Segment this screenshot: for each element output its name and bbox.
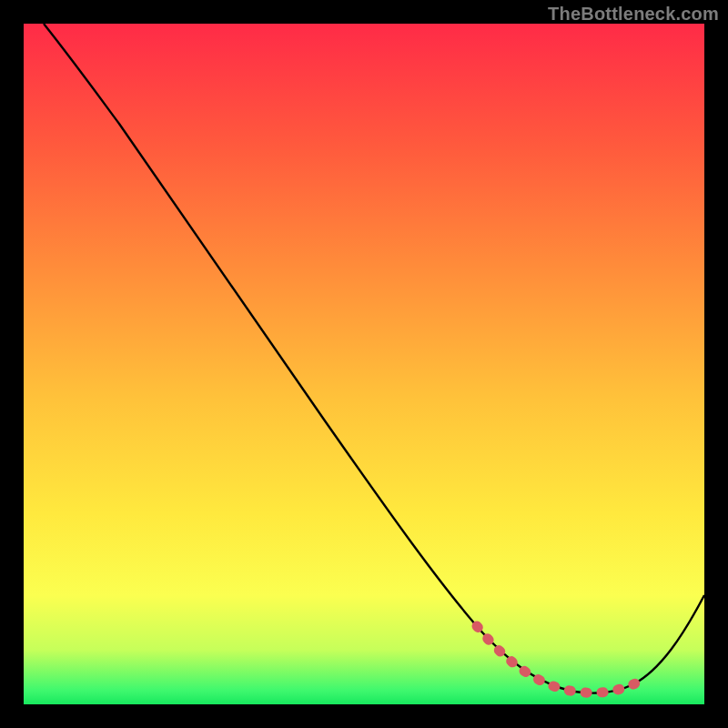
bottleneck-curve [24, 24, 704, 704]
chart-plot-area [24, 24, 704, 704]
highlight-dots [477, 626, 635, 693]
chart-frame: TheBottleneck.com [0, 0, 728, 728]
curve-line [44, 24, 704, 693]
watermark-text: TheBottleneck.com [548, 4, 719, 25]
